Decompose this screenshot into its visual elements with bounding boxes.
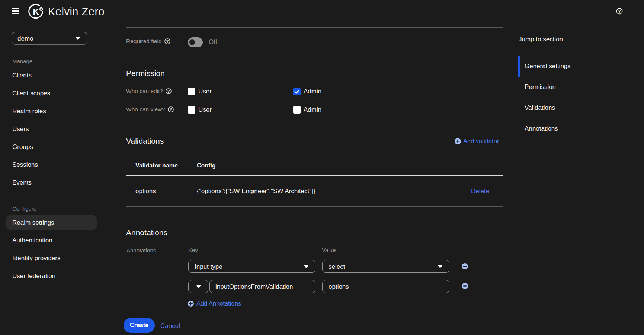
svg-text:?: ? [170, 107, 172, 112]
svg-text:?: ? [618, 9, 621, 13]
svg-text:K: K [33, 7, 39, 17]
svg-text:?: ? [167, 89, 170, 93]
svg-text:?: ? [166, 39, 169, 44]
